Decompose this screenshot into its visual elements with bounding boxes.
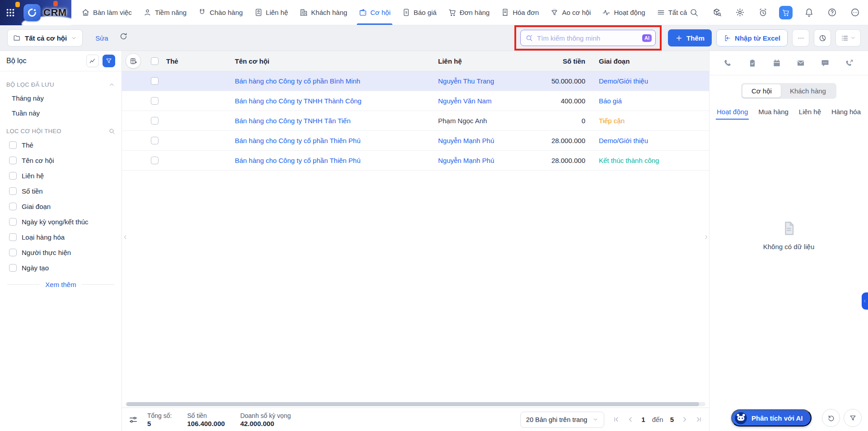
filter-checkbox[interactable]: [9, 141, 17, 149]
filter-checkbox[interactable]: [9, 157, 17, 164]
nav-item[interactable]: Ao cơ hội: [550, 0, 591, 25]
table-row[interactable]: Bán hàng cho Công ty cổ phần Bình Minh N…: [122, 71, 709, 91]
filter-checkbox-row[interactable]: Người thực hiện: [6, 245, 115, 260]
bell-button[interactable]: [802, 6, 816, 19]
nav-item[interactable]: Tiềm năng: [143, 0, 187, 25]
filter-checkbox-row[interactable]: Tên cơ hội: [6, 153, 115, 168]
smart-search-input[interactable]: [537, 34, 639, 42]
help-button[interactable]: [825, 6, 839, 19]
prev-page-button[interactable]: [627, 416, 635, 423]
nav-item[interactable]: Cơ hội: [359, 0, 391, 25]
chart-view-button[interactable]: [814, 29, 831, 46]
table-row[interactable]: Bán hàng cho Công ty TNHH Thành Công Ngu…: [122, 91, 709, 111]
show-more-link[interactable]: Xem thêm: [7, 281, 114, 288]
expand-edge-tab[interactable]: [862, 292, 868, 310]
cart-button[interactable]: [779, 6, 793, 19]
filter-checkbox-row[interactable]: Số tiền: [6, 183, 115, 199]
add-button[interactable]: Thêm: [668, 29, 712, 46]
table-row[interactable]: Bán hàng cho Công ty TNHH Tân Tiến Phạm …: [122, 111, 709, 131]
chevron-up-icon[interactable]: [108, 81, 115, 88]
gear-button[interactable]: [733, 6, 747, 19]
sliders-icon[interactable]: [128, 415, 138, 425]
nav-item[interactable]: Liên hệ: [254, 0, 288, 25]
filter-checkbox-row[interactable]: Loại hàng hóa: [6, 229, 115, 245]
row-checkbox[interactable]: [151, 77, 159, 85]
add-column-button[interactable]: [126, 53, 141, 69]
saved-filter-item[interactable]: Tuần này: [6, 106, 115, 120]
opportunity-name-link[interactable]: Bán hàng cho Công ty TNHH Thành Công: [235, 97, 438, 105]
more-actions-button[interactable]: [792, 29, 809, 46]
contact-link[interactable]: Nguyễn Thu Trang: [438, 77, 528, 85]
stage-value[interactable]: Demo/Giới thiệu: [587, 77, 709, 85]
filter-checkbox[interactable]: [9, 249, 17, 256]
last-page-button[interactable]: [695, 416, 703, 423]
nav-item[interactable]: $ Báo giá: [402, 0, 437, 25]
collapse-sidebar-handle[interactable]: [122, 231, 128, 243]
alarm-button[interactable]: [756, 6, 770, 19]
collapse-panel-handle[interactable]: [703, 231, 709, 243]
nav-item[interactable]: Tất cả: [657, 0, 687, 25]
column-header-tags[interactable]: Thẻ: [166, 57, 235, 65]
filter-checkbox[interactable]: [9, 218, 17, 226]
contact-link[interactable]: Phạm Ngọc Anh: [438, 117, 528, 125]
view-selector-button[interactable]: Tất cả cơ hội: [7, 29, 83, 46]
opportunity-name-link[interactable]: Bán hàng cho Công ty TNHH Tân Tiến: [235, 117, 438, 125]
filter-mode-button[interactable]: [103, 55, 115, 67]
filter-checkbox-row[interactable]: Liên hệ: [6, 168, 115, 183]
filter-checkbox[interactable]: [9, 264, 17, 272]
ai-analyze-button[interactable]: Phân tích với AI: [731, 409, 812, 426]
filter-checkbox[interactable]: [9, 172, 17, 180]
contact-link[interactable]: Nguyễn Văn Nam: [438, 97, 528, 105]
filter-checkbox[interactable]: [9, 203, 17, 210]
smart-search-box[interactable]: AI: [520, 30, 656, 46]
chart-mode-button[interactable]: [86, 55, 99, 67]
search-button[interactable]: [687, 6, 700, 19]
filter-button[interactable]: [844, 409, 862, 427]
first-page-button[interactable]: [612, 416, 620, 423]
stage-value[interactable]: Demo/Giới thiệu: [587, 137, 709, 144]
more-button[interactable]: [848, 6, 862, 19]
stage-value[interactable]: Tiếp cận: [587, 117, 709, 125]
column-header-amount[interactable]: Số tiền: [563, 57, 587, 65]
search-icon[interactable]: [108, 128, 115, 134]
stage-value[interactable]: Kết thúc thành công: [587, 157, 709, 164]
undo-button[interactable]: [822, 409, 840, 427]
import-excel-button[interactable]: Nhập từ Excel: [716, 29, 788, 46]
opportunity-name-link[interactable]: Bán hàng cho Công ty cổ phần Bình Minh: [235, 77, 438, 85]
filter-checkbox[interactable]: [9, 187, 17, 195]
filter-checkbox-row[interactable]: Ngày tạo: [6, 260, 115, 275]
opportunity-name-link[interactable]: Bán hàng cho Công ty cổ phần Thiên Phú: [235, 157, 438, 164]
column-header-stage[interactable]: Giai đoạn: [587, 57, 709, 65]
app-grid-icon[interactable]: [5, 8, 15, 18]
edit-view-link[interactable]: Sửa: [95, 34, 108, 42]
filter-checkbox-row[interactable]: Giai đoạn: [6, 199, 115, 214]
row-checkbox[interactable]: [151, 157, 159, 164]
nav-item[interactable]: Bàn làm việc: [81, 0, 132, 25]
table-row[interactable]: Bán hàng cho Công ty cổ phần Thiên Phú N…: [122, 131, 709, 151]
app-logo[interactable]: [23, 4, 41, 21]
row-checkbox[interactable]: [151, 117, 159, 125]
contact-link[interactable]: Nguyễn Mạnh Phú: [438, 137, 528, 144]
saved-filters-section-header[interactable]: BỘ LỌC ĐÃ LƯU: [6, 81, 115, 88]
ai-badge[interactable]: AI: [642, 34, 652, 42]
select-all-checkbox[interactable]: [151, 57, 159, 65]
filter-checkbox[interactable]: [9, 233, 17, 241]
filter-checkbox-row[interactable]: Thẻ: [6, 137, 115, 153]
column-header-contact[interactable]: Liên hệ: [438, 57, 528, 65]
filter-checkbox-row[interactable]: Ngày kỳ vọng/kết thúc: [6, 214, 115, 229]
refresh-button[interactable]: [119, 32, 131, 44]
saved-filter-item[interactable]: Tháng này: [6, 91, 115, 106]
page-size-selector[interactable]: 20 Bản ghi trên trang: [520, 412, 604, 428]
table-row[interactable]: Bán hàng cho Công ty cổ phần Thiên Phú N…: [122, 151, 709, 171]
nav-item[interactable]: Hóa đơn: [501, 0, 539, 25]
opportunity-name-link[interactable]: Bán hàng cho Công ty cổ phần Thiên Phú: [235, 137, 438, 144]
nav-item[interactable]: Chào hàng: [198, 0, 243, 25]
next-page-button[interactable]: [681, 416, 688, 423]
list-view-button[interactable]: [835, 29, 861, 46]
column-header-name[interactable]: Tên cơ hội: [235, 57, 438, 65]
stage-value[interactable]: Báo giá: [587, 97, 709, 105]
scrollbar-thumb[interactable]: [126, 402, 699, 406]
row-checkbox[interactable]: [151, 97, 159, 105]
row-checkbox[interactable]: [151, 137, 159, 144]
nav-item[interactable]: Hoạt động: [602, 0, 645, 25]
